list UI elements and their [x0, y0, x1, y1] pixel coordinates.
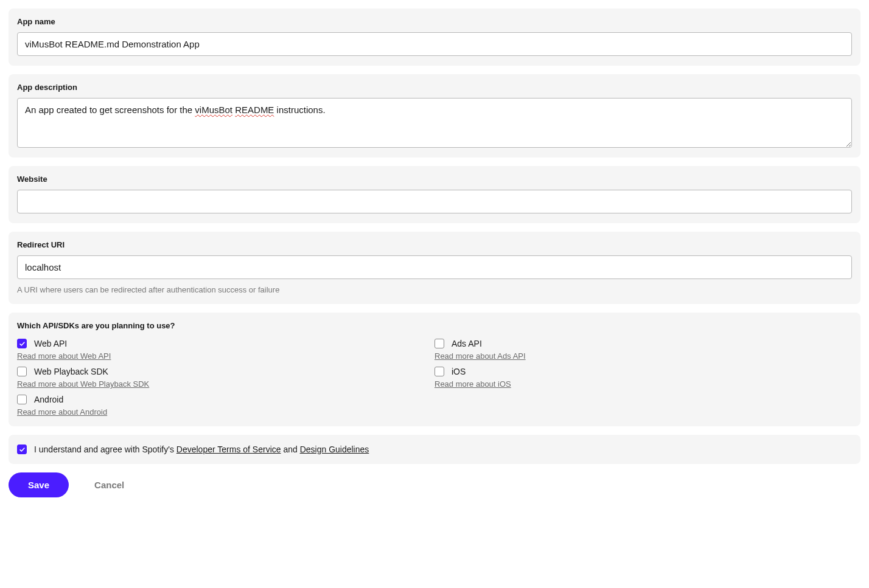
save-button[interactable]: Save — [9, 472, 69, 497]
cancel-button[interactable]: Cancel — [94, 480, 124, 490]
sdk-item-android: Android Read more about Android — [17, 395, 434, 417]
app-name-panel: App name — [9, 9, 860, 66]
sdk-item-ads-api: Ads API Read more about Ads API — [434, 339, 852, 361]
sdk-label: Which API/SDKs are you planning to use? — [17, 321, 852, 330]
terms-text: I understand and agree with Spotify's De… — [34, 444, 369, 454]
button-row: Save Cancel — [9, 472, 860, 497]
desc-text-spell1: viMusBot — [195, 105, 232, 115]
redirect-label: Redirect URI — [17, 240, 852, 249]
terms-tos-link[interactable]: Developer Terms of Service — [176, 444, 281, 454]
terms-mid: and — [281, 444, 300, 454]
label-web-api: Web API — [34, 339, 67, 348]
website-panel: Website — [9, 166, 860, 223]
sdk-item-ios: iOS Read more about iOS — [434, 367, 852, 389]
checkbox-web-api[interactable] — [17, 339, 27, 348]
sdk-item-web-api: Web API Read more about Web API — [17, 339, 434, 361]
checkbox-ios[interactable] — [434, 367, 444, 376]
app-name-label: App name — [17, 17, 852, 26]
label-ads-api: Ads API — [452, 339, 482, 348]
app-description-panel: App description An app created to get sc… — [9, 74, 860, 157]
redirect-panel: Redirect URI A URI where users can be re… — [9, 232, 860, 304]
redirect-input[interactable] — [17, 255, 852, 279]
sdk-item-web-playback: Web Playback SDK Read more about Web Pla… — [17, 367, 434, 389]
check-icon — [19, 446, 26, 453]
app-name-input[interactable] — [17, 32, 852, 56]
redirect-helper: A URI where users can be redirected afte… — [17, 285, 852, 294]
checkbox-ads-api[interactable] — [434, 339, 444, 348]
check-icon — [19, 341, 26, 347]
website-input[interactable] — [17, 190, 852, 213]
desc-text-suffix: instructions. — [274, 105, 325, 115]
app-description-label: App description — [17, 83, 852, 92]
label-ios: iOS — [452, 367, 466, 376]
sdk-panel: Which API/SDKs are you planning to use? … — [9, 313, 860, 426]
sdk-col-left: Web API Read more about Web API Web Play… — [17, 339, 434, 417]
readmore-ios[interactable]: Read more about iOS — [434, 379, 511, 389]
label-web-playback: Web Playback SDK — [34, 367, 108, 376]
desc-text-prefix: An app created to get screenshots for th… — [25, 105, 195, 115]
checkbox-web-playback[interactable] — [17, 367, 27, 376]
readmore-web-api[interactable]: Read more about Web API — [17, 351, 111, 361]
desc-text-spell2: README — [235, 105, 274, 115]
readmore-ads-api[interactable]: Read more about Ads API — [434, 351, 526, 361]
readmore-web-playback[interactable]: Read more about Web Playback SDK — [17, 379, 149, 389]
terms-guidelines-link[interactable]: Design Guidelines — [300, 444, 369, 454]
app-description-input[interactable]: An app created to get screenshots for th… — [17, 98, 852, 148]
checkbox-terms[interactable] — [17, 444, 27, 454]
website-label: Website — [17, 175, 852, 184]
sdk-col-right: Ads API Read more about Ads API iOS Read… — [434, 339, 852, 417]
terms-prefix: I understand and agree with Spotify's — [34, 444, 176, 454]
checkbox-android[interactable] — [17, 395, 27, 404]
label-android: Android — [34, 395, 63, 404]
readmore-android[interactable]: Read more about Android — [17, 407, 107, 417]
terms-panel: I understand and agree with Spotify's De… — [9, 435, 860, 464]
